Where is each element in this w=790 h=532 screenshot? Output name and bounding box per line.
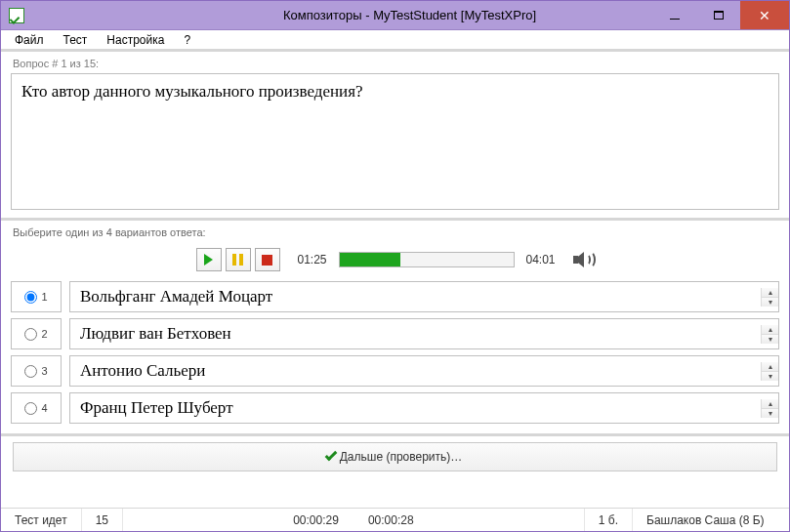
- player-total-time: 04:01: [522, 253, 560, 266]
- question-counter: Вопрос # 1 из 15:: [13, 58, 779, 69]
- menu-settings[interactable]: Настройка: [99, 31, 172, 49]
- chevron-down-icon[interactable]: ▾: [762, 372, 778, 381]
- status-state: Тест идет: [1, 509, 82, 531]
- answer-row: 4 Франц Петер Шуберт ▴▾: [11, 392, 779, 424]
- answer-radio-cell[interactable]: 4: [11, 392, 62, 424]
- menu-help[interactable]: ?: [176, 31, 198, 49]
- menu-bar: Файл Тест Настройка ?: [1, 30, 789, 52]
- status-total-questions: 15: [82, 509, 123, 531]
- chevron-up-icon[interactable]: ▴: [762, 288, 778, 298]
- answer-radio-cell[interactable]: 2: [11, 318, 62, 349]
- answer-radio-cell[interactable]: 1: [11, 281, 62, 312]
- stop-button[interactable]: [255, 248, 280, 271]
- answer-row: 2 Людвиг ван Бетховен ▴▾: [11, 318, 779, 349]
- answer-text: Людвиг ван Бетховен: [70, 324, 761, 344]
- play-icon: [204, 254, 213, 266]
- answer-row: 3 Антонио Сальери ▴▾: [11, 355, 779, 387]
- answer-number: 1: [41, 291, 47, 303]
- title-bar: Композиторы - MyTestStudent [MyTestXPro]…: [1, 1, 789, 30]
- player-current-time: 01:25: [294, 253, 331, 266]
- pause-button[interactable]: [226, 248, 251, 271]
- answer-radio-4[interactable]: [24, 402, 37, 415]
- answer-radio-1[interactable]: [24, 291, 37, 304]
- menu-test[interactable]: Тест: [56, 31, 96, 49]
- status-time-elapsed: 00:00:29: [293, 513, 339, 527]
- next-button-label: Дальше (проверить)…: [340, 450, 463, 464]
- status-score: 1 б.: [585, 509, 633, 531]
- close-button[interactable]: ✕: [740, 1, 789, 29]
- menu-file[interactable]: Файл: [7, 31, 52, 49]
- answer-radio-3[interactable]: [24, 365, 37, 378]
- answer-scroll[interactable]: ▴▾: [761, 325, 778, 344]
- stop-icon: [262, 255, 272, 266]
- window-controls: ✕: [652, 1, 789, 29]
- player-progress-bar[interactable]: [339, 252, 515, 267]
- answer-radio-cell[interactable]: 3: [11, 355, 62, 387]
- answer-instruction: Выберите один из 4 вариантов ответа:: [13, 226, 779, 238]
- answer-radio-2[interactable]: [24, 328, 37, 341]
- player-progress-fill: [340, 253, 400, 266]
- chevron-down-icon[interactable]: ▾: [762, 335, 778, 344]
- chevron-up-icon[interactable]: ▴: [762, 325, 778, 335]
- answer-scroll[interactable]: ▴▾: [761, 288, 778, 307]
- chevron-up-icon[interactable]: ▴: [762, 399, 778, 409]
- answer-text: Антонио Сальери: [70, 361, 761, 381]
- answers-list: 1 Вольфганг Амадей Моцарт ▴▾ 2 Людвиг ва…: [11, 281, 779, 424]
- answer-scroll[interactable]: ▴▾: [761, 362, 778, 381]
- status-bar: Тест идет 15 00:00:29 00:00:28 1 б. Башл…: [1, 508, 789, 531]
- answer-number: 2: [41, 328, 47, 340]
- answer-scroll[interactable]: ▴▾: [761, 399, 778, 418]
- status-user: Башлаков Саша (8 Б): [633, 509, 789, 531]
- maximize-button[interactable]: [696, 1, 740, 29]
- app-icon: [9, 8, 24, 23]
- answer-box[interactable]: Антонио Сальери ▴▾: [69, 355, 779, 387]
- answer-number: 4: [41, 402, 47, 414]
- answer-row: 1 Вольфганг Амадей Моцарт ▴▾: [11, 281, 779, 312]
- question-text-box: Кто автор данного музыкального произведе…: [11, 73, 779, 210]
- status-time-remaining: 00:00:28: [368, 513, 414, 527]
- audio-player: 01:25 04:01: [11, 248, 779, 271]
- answer-number: 3: [41, 365, 47, 377]
- chevron-down-icon[interactable]: ▾: [762, 409, 778, 418]
- answer-box[interactable]: Людвиг ван Бетховен ▴▾: [69, 318, 779, 349]
- minimize-button[interactable]: [652, 1, 696, 29]
- checkmark-icon: [324, 449, 337, 462]
- chevron-down-icon[interactable]: ▾: [762, 298, 778, 307]
- volume-icon[interactable]: [573, 249, 595, 270]
- answer-box[interactable]: Франц Петер Шуберт ▴▾: [69, 392, 779, 424]
- next-check-button[interactable]: Дальше (проверить)…: [13, 442, 777, 471]
- chevron-up-icon[interactable]: ▴: [762, 362, 778, 372]
- answer-text: Вольфганг Амадей Моцарт: [70, 287, 761, 307]
- answer-box[interactable]: Вольфганг Амадей Моцарт ▴▾: [69, 281, 779, 312]
- pause-icon: [232, 254, 243, 266]
- question-text: Кто автор данного музыкального произведе…: [21, 82, 363, 101]
- play-button[interactable]: [196, 248, 222, 271]
- answer-text: Франц Петер Шуберт: [70, 398, 761, 418]
